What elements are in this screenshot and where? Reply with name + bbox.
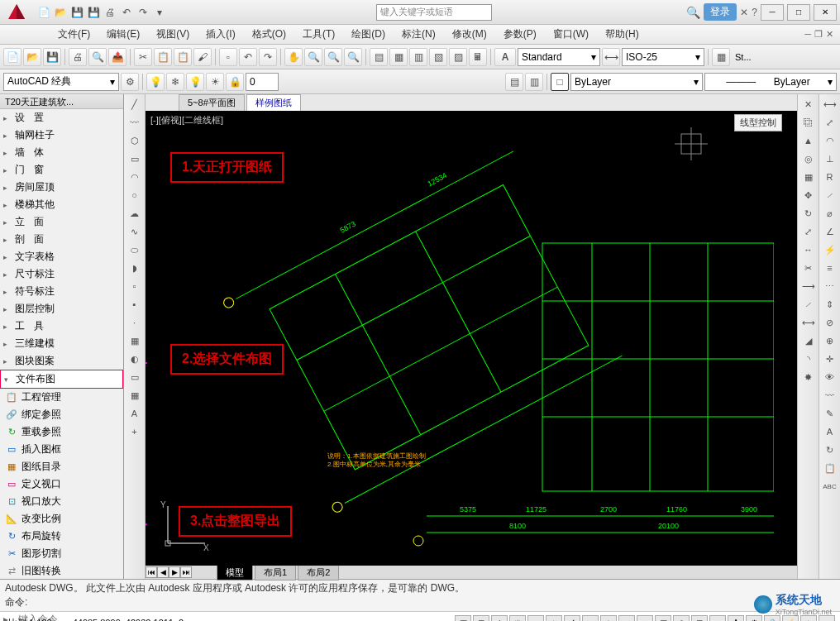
- design-center-icon[interactable]: ▦: [389, 48, 408, 66]
- model-toggle[interactable]: ⊡: [691, 615, 708, 621]
- menu-modify[interactable]: 修改(M): [444, 25, 495, 44]
- line-icon[interactable]: ╱: [126, 96, 143, 112]
- stretch-icon[interactable]: ↔: [800, 241, 817, 258]
- dim-jogline-icon[interactable]: 〰: [822, 387, 838, 404]
- drawing-canvas[interactable]: [-][俯视][二维线框] 线型控制 5873 12534: [146, 111, 797, 566]
- menu-format[interactable]: 格式(O): [244, 25, 294, 44]
- 3dosnap-toggle[interactable]: ◈: [546, 615, 562, 621]
- tab-next-icon[interactable]: ▶: [169, 566, 180, 578]
- dim-aligned-icon[interactable]: ⤢: [822, 114, 838, 131]
- tree-item-3[interactable]: ▸门 窗: [0, 161, 123, 179]
- scale-control[interactable]: 比例 1:100 ▾: [5, 617, 63, 622]
- paste-icon[interactable]: 📋: [174, 48, 192, 66]
- polygon-icon[interactable]: ⬡: [126, 132, 143, 149]
- menu-param[interactable]: 参数(P): [495, 25, 545, 44]
- layer-off-icon[interactable]: 💡: [186, 73, 204, 91]
- menu-insert[interactable]: 插入(I): [198, 25, 243, 44]
- tree-item-2[interactable]: ▸墙 体: [0, 144, 123, 161]
- rect-icon[interactable]: ▭: [126, 150, 143, 167]
- markup-icon[interactable]: ▨: [449, 48, 467, 66]
- lock-ui-toggle[interactable]: 🔒: [764, 615, 780, 621]
- scale-icon[interactable]: ⤢: [800, 223, 817, 240]
- circle-icon[interactable]: ○: [126, 187, 143, 203]
- dim-style-icon[interactable]: ⟷: [602, 48, 620, 66]
- lwt-toggle[interactable]: ≡: [618, 615, 635, 621]
- save-icon[interactable]: 💾: [43, 48, 61, 66]
- file-item-10[interactable]: ⇄旧图转换: [0, 562, 123, 579]
- plot-icon[interactable]: 🖨: [69, 48, 87, 66]
- layout1-tab[interactable]: 布局1: [255, 565, 296, 580]
- zoom-realtime-icon[interactable]: 🔍: [304, 48, 322, 66]
- sc-toggle[interactable]: ◉: [673, 615, 690, 621]
- sheet-set-icon[interactable]: ▧: [429, 48, 447, 66]
- maximize-button[interactable]: □: [787, 4, 810, 21]
- search-icon[interactable]: 🔍: [686, 6, 700, 19]
- extend-icon[interactable]: ⟶: [800, 278, 817, 294]
- qp-toggle[interactable]: ▤: [655, 615, 671, 621]
- layer-state-icon[interactable]: ❄: [166, 73, 184, 91]
- file-item-5[interactable]: ▭定义视口: [0, 475, 123, 493]
- dim-diameter-icon[interactable]: ⌀: [822, 205, 838, 222]
- fillet-icon[interactable]: ◝: [800, 351, 817, 367]
- abc-icon[interactable]: ABC: [822, 478, 838, 494]
- file-item-6[interactable]: ⊡视口放大: [0, 493, 123, 510]
- tree-item-13[interactable]: ▸三维建模: [0, 335, 123, 352]
- dim-break-icon[interactable]: ⊘: [822, 314, 838, 331]
- cut-icon[interactable]: ✂: [134, 48, 152, 66]
- rotate-icon[interactable]: ↻: [800, 205, 817, 222]
- dim-continue-icon[interactable]: ⋯: [822, 278, 838, 294]
- dim-space-icon[interactable]: ⇕: [822, 296, 838, 313]
- dim-arc-icon[interactable]: ◠: [822, 132, 838, 149]
- clean-screen-toggle[interactable]: ▭: [819, 615, 835, 621]
- iso-toggle[interactable]: ◈: [800, 615, 817, 621]
- linetype-dropdown[interactable]: ———ByLayer▾: [704, 73, 837, 91]
- ellipse-icon[interactable]: ⬭: [126, 241, 143, 258]
- tab-last-icon[interactable]: ⏭: [180, 566, 192, 578]
- tree-item-7[interactable]: ▸剖 面: [0, 231, 123, 248]
- dim-style-mgr-icon[interactable]: 📋: [822, 460, 838, 476]
- layer-props-icon[interactable]: ▤: [505, 73, 523, 91]
- zoom-window-icon[interactable]: 🔍: [324, 48, 342, 66]
- layout2-tab[interactable]: 布局2: [298, 565, 339, 580]
- menu-view[interactable]: 视图(V): [148, 25, 198, 44]
- move-icon[interactable]: ✥: [800, 187, 817, 203]
- tree-item-1[interactable]: ▸轴网柱子: [0, 127, 123, 144]
- tree-item-12[interactable]: ▸工 具: [0, 318, 123, 335]
- file-item-4[interactable]: ▦图纸目录: [0, 458, 123, 475]
- layer-iso-icon[interactable]: ▥: [525, 73, 543, 91]
- tree-item-5[interactable]: ▸楼梯其他: [0, 196, 123, 213]
- qat-dropdown-icon[interactable]: ▾: [152, 5, 167, 20]
- ortho-toggle[interactable]: ⊥: [491, 615, 508, 621]
- hw-accel-toggle[interactable]: ⚡: [782, 615, 799, 621]
- ann-auto-toggle[interactable]: A: [728, 615, 744, 621]
- dim-update-icon[interactable]: ↻: [822, 442, 838, 458]
- mtext-icon[interactable]: A: [126, 405, 143, 422]
- tree-item-14[interactable]: ▸图块图案: [0, 352, 123, 370]
- ann-toggle[interactable]: ⩍: [709, 615, 726, 621]
- spline-icon[interactable]: ∿: [126, 223, 143, 240]
- tab-sample[interactable]: 样例图纸: [246, 94, 301, 111]
- tab-plan[interactable]: 5~8#平面图: [179, 94, 245, 111]
- tab-first-icon[interactable]: ⏮: [146, 566, 157, 578]
- layer-freeze-icon[interactable]: ☀: [206, 73, 224, 91]
- menu-dim[interactable]: 标注(N): [394, 25, 444, 44]
- addsel-icon[interactable]: +: [126, 423, 143, 440]
- tab-prev-icon[interactable]: ◀: [157, 566, 169, 578]
- publish-icon[interactable]: 📤: [108, 48, 126, 66]
- doc-restore-icon[interactable]: ❐: [814, 29, 823, 40]
- trim-icon[interactable]: ✂: [800, 260, 817, 276]
- region-icon[interactable]: ▭: [126, 369, 143, 385]
- file-item-1[interactable]: 🔗绑定参照: [0, 406, 123, 423]
- zoom-prev-icon[interactable]: 🔍: [344, 48, 362, 66]
- open-icon[interactable]: 📂: [23, 48, 41, 66]
- help-icon[interactable]: ?: [752, 7, 757, 18]
- dim-angular-icon[interactable]: ∠: [822, 223, 838, 240]
- qat-redo-icon[interactable]: ↷: [136, 5, 150, 20]
- color-swatch[interactable]: □: [551, 73, 569, 91]
- offset-icon[interactable]: ◎: [800, 150, 817, 167]
- ws-toggle[interactable]: ⚙: [746, 615, 762, 621]
- tpy-toggle[interactable]: ▭: [637, 615, 653, 621]
- qat-save-icon[interactable]: 💾: [69, 5, 84, 20]
- revcloud-icon[interactable]: ☁: [126, 205, 143, 222]
- grid-toggle[interactable]: ⊞: [473, 615, 489, 621]
